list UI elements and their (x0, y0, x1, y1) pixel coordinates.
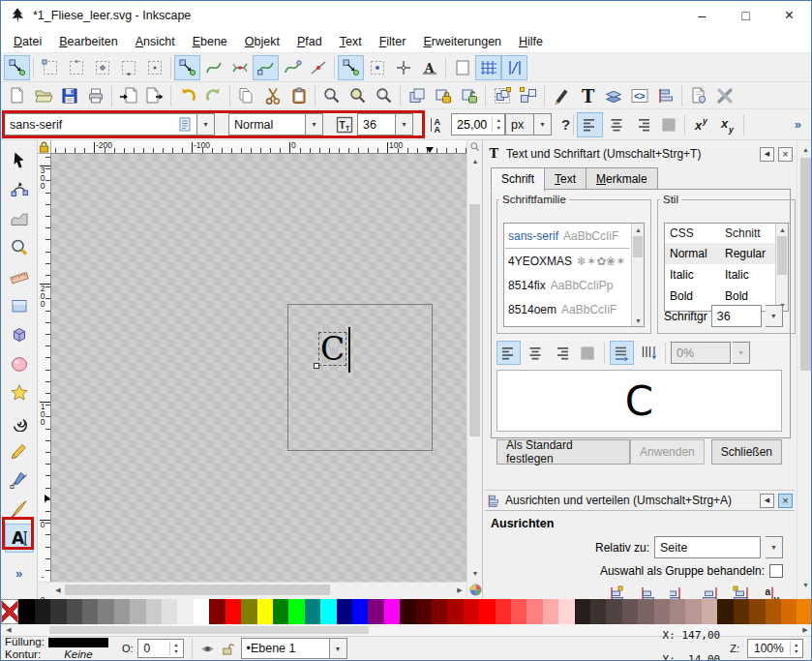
palette-swatch[interactable] (797, 599, 812, 624)
menu-bearbeiten[interactable]: Bearbeiten (50, 32, 126, 51)
zoom-corner-icon[interactable] (467, 140, 483, 154)
palette-swatch[interactable] (305, 599, 320, 624)
scroll-left-icon[interactable]: ◀ (51, 583, 65, 598)
zoom-stepper[interactable]: 100% ▴▾ (747, 639, 803, 658)
opacity-stepper[interactable]: 0 ▴▾ (137, 639, 184, 658)
align-right-edge-anchor-button[interactable] (728, 585, 754, 599)
fill-stroke-dialog-icon[interactable] (548, 83, 574, 108)
tool-pencil[interactable] (5, 436, 34, 466)
menu-datei[interactable]: Datei (5, 32, 50, 51)
cut-icon[interactable] (259, 83, 286, 108)
palette-swatch[interactable] (352, 599, 368, 624)
style-list-scrollbar[interactable]: ▲ ▼ (775, 224, 788, 311)
align-left-edges-button[interactable] (635, 585, 661, 599)
palette-swatch-none[interactable] (1, 599, 18, 624)
tool-tweak[interactable] (5, 204, 34, 233)
minimize-button[interactable]: – (680, 1, 724, 30)
font-style-dropdown-button[interactable]: ▾ (306, 113, 323, 135)
xml-editor-icon[interactable]: <> (626, 83, 652, 108)
palette-swatch[interactable] (114, 599, 130, 624)
palette-swatch[interactable] (337, 599, 352, 624)
font-list-item[interactable]: 8514fixAaBbCcIiPp (504, 273, 631, 297)
preferences-icon[interactable] (711, 83, 737, 108)
close-button[interactable]: × (767, 1, 811, 30)
font-list-item[interactable]: AeroliteCPoneAaBb (504, 321, 631, 326)
snap-others-icon[interactable] (338, 55, 364, 80)
align-panel-collapse-icon[interactable]: ◀ (760, 494, 774, 508)
unit-select[interactable]: px (505, 113, 534, 135)
palette-swatch[interactable] (146, 599, 162, 624)
palette-swatch[interactable] (130, 599, 145, 624)
dialog-align-right-button[interactable] (549, 341, 573, 365)
palette-swatch[interactable] (479, 599, 495, 624)
snap-grid-icon[interactable] (475, 55, 501, 80)
palette-swatch[interactable] (590, 599, 606, 624)
paste-icon[interactable] (286, 83, 312, 108)
palette-swatch[interactable] (526, 599, 542, 624)
palette-swatch[interactable] (511, 599, 526, 624)
export-icon[interactable] (141, 83, 167, 108)
align-justify-button[interactable] (655, 112, 681, 137)
toolbar-overflow-icon[interactable]: » (795, 117, 801, 132)
tool-measure[interactable] (5, 262, 34, 291)
v-scroll-thumb[interactable] (469, 204, 480, 436)
palette-scroll-thumb[interactable] (49, 626, 369, 634)
palette-swatch[interactable] (82, 599, 98, 624)
palette-scroll-right-icon[interactable]: ▶ (799, 624, 811, 636)
horizontal-text-button[interactable] (610, 341, 634, 365)
align-right-button[interactable] (629, 112, 655, 137)
palette-swatch[interactable] (177, 599, 193, 624)
unlink-clone-icon[interactable] (456, 83, 482, 108)
snap-guides-icon[interactable] (501, 55, 527, 80)
panel-collapse-icon[interactable]: ◀ (760, 147, 774, 162)
fill-stroke-indicator[interactable]: Füllung: Kontur: Keine (5, 636, 108, 660)
superscript-button[interactable]: xy (688, 112, 714, 137)
vertical-ruler[interactable]: 3002001000-100 (38, 154, 51, 582)
snap-object-centers-icon[interactable] (364, 55, 390, 80)
maximize-button[interactable]: □ (724, 1, 767, 30)
menu-objekt[interactable]: Objekt (236, 32, 288, 51)
palette-swatch[interactable] (257, 599, 273, 624)
font-list-item[interactable]: 4YEOXMAS❄✶✿❀✶ (504, 249, 631, 273)
palette-swatch[interactable] (384, 599, 400, 624)
copy-icon[interactable] (233, 83, 259, 108)
align-panel-close-icon[interactable]: × (778, 494, 793, 508)
style-row[interactable]: ItalicItalic (665, 264, 775, 285)
toolbox-overflow-icon[interactable]: » (1, 566, 37, 581)
tool-spiral[interactable] (5, 407, 34, 436)
menu-filter[interactable]: Filter (371, 32, 415, 51)
palette-swatch[interactable] (18, 599, 34, 624)
snap-cusp-nodes-icon[interactable] (253, 55, 279, 80)
dock-scroll-up-icon[interactable]: ▲ (797, 142, 812, 156)
scroll-right-icon[interactable]: ▶ (453, 583, 466, 598)
line-spacing-arrows[interactable]: ▴▾ (492, 117, 504, 131)
snap-line-midpoints-icon[interactable] (305, 55, 331, 80)
palette-swatch[interactable] (162, 599, 177, 624)
palette-swatch[interactable] (194, 599, 209, 624)
tool-ellipse[interactable] (5, 349, 34, 378)
align-left-edge-anchor-button[interactable] (604, 585, 630, 599)
tool-text[interactable]: A (5, 524, 34, 553)
snap-enable-icon[interactable] (4, 55, 30, 80)
help-icon[interactable]: ? (561, 116, 570, 133)
color-wheel-icon[interactable] (467, 582, 483, 597)
undo-icon[interactable] (174, 83, 200, 108)
dialog-font-size-dropdown[interactable]: ▾ (766, 305, 783, 327)
palette-swatch[interactable] (67, 599, 82, 624)
align-text-anchors-button[interactable]: av (759, 585, 785, 599)
menu-erweiterungen[interactable]: Erweiterungen (414, 32, 510, 51)
tab-schrift[interactable]: Schrift (491, 167, 545, 192)
font-style-select[interactable]: Normal (228, 113, 306, 135)
palette-swatch[interactable] (496, 599, 511, 624)
snap-bbox-icon[interactable] (37, 55, 63, 80)
font-style-table[interactable]: CSSSchnittNormalRegularItalicItalicBoldB… (664, 223, 789, 312)
align-dialog-icon[interactable] (652, 83, 678, 108)
palette-swatch[interactable] (50, 599, 66, 624)
font-list-scrollbar[interactable]: ▲ ▼ (631, 224, 644, 326)
palette-swatch[interactable] (320, 599, 336, 624)
menu-hilfe[interactable]: Hilfe (510, 32, 552, 51)
palette-swatch[interactable] (226, 599, 241, 624)
snap-rotation-centers-icon[interactable] (390, 55, 416, 80)
palette-swatch[interactable] (575, 599, 590, 624)
h-scroll-thumb[interactable] (65, 585, 330, 595)
